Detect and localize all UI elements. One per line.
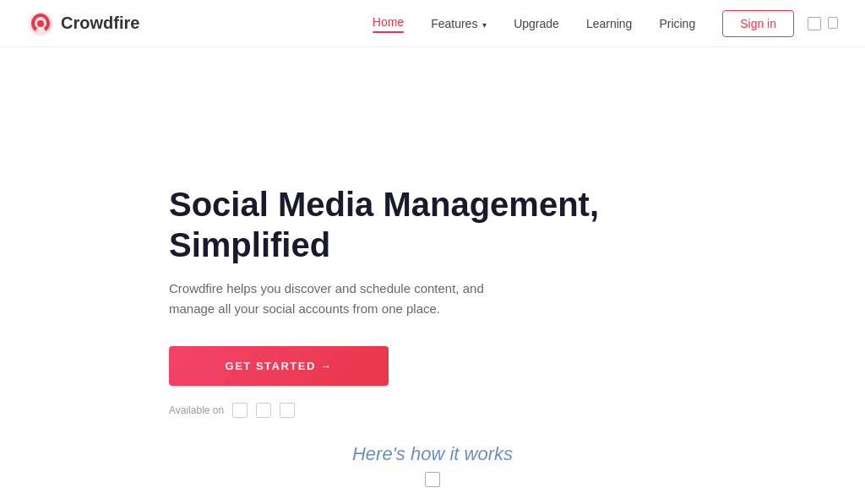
available-on-row: Available on <box>169 403 838 418</box>
crowdfire-logo-icon <box>27 10 54 37</box>
nav-link-upgrade[interactable]: Upgrade <box>514 17 559 30</box>
nav-link-home[interactable]: Home <box>373 15 404 29</box>
nav-link-features[interactable]: Features ▾ <box>431 17 487 30</box>
svg-point-1 <box>37 20 44 27</box>
available-on-label: Available on <box>169 404 224 416</box>
how-it-works-down-icon <box>425 472 440 487</box>
how-it-works-section: Here's how it works <box>352 443 513 487</box>
nav-link-learning[interactable]: Learning <box>586 17 633 30</box>
window-controls <box>808 17 838 30</box>
sign-in-button[interactable]: Sign in <box>722 10 794 37</box>
brand-name: Crowdfire <box>61 14 139 33</box>
hero-subtitle: Crowdfire helps you discover and schedul… <box>169 279 507 319</box>
nav-item-pricing[interactable]: Pricing <box>659 16 695 31</box>
nav-link-pricing[interactable]: Pricing <box>659 17 695 30</box>
nav-right: Sign in <box>722 10 838 37</box>
how-it-works-title: Here's how it works <box>352 443 513 465</box>
window-icon-1 <box>808 17 821 30</box>
features-arrow-icon: ▾ <box>480 20 487 30</box>
nav-item-features[interactable]: Features ▾ <box>431 16 487 31</box>
platform-icon-3 <box>280 403 295 418</box>
get-started-button[interactable]: GET STARTED → <box>169 346 389 386</box>
platform-icon-2 <box>256 403 271 418</box>
platform-icon-1 <box>232 403 248 418</box>
hero-title: Social Media Management, Simplified <box>169 184 659 265</box>
nav-item-upgrade[interactable]: Upgrade <box>514 16 559 31</box>
navbar: Crowdfire Home Features ▾ Upgrade Learni… <box>0 0 865 47</box>
nav-item-learning[interactable]: Learning <box>586 16 633 31</box>
hero-section: Social Media Management, Simplified Crow… <box>0 47 865 504</box>
window-icon-2 <box>828 17 838 29</box>
nav-item-home[interactable]: Home <box>373 14 404 33</box>
logo[interactable]: Crowdfire <box>27 10 139 37</box>
